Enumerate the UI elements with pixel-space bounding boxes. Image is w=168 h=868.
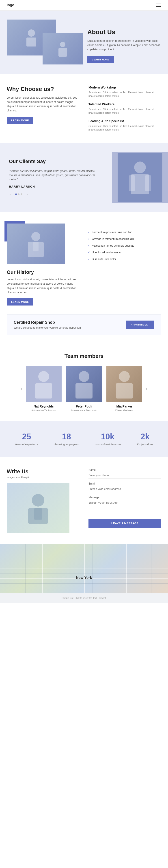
carousel-prev-arrow[interactable]: ← — [9, 192, 13, 196]
stat-4: 2k Projects done — [137, 432, 153, 446]
why-item-3-title: Leading Auto Specialist — [88, 119, 161, 123]
why-item-2: Talented Workers Sample text. Click to s… — [88, 102, 161, 115]
why-item-1-title: Modern Workshop — [88, 86, 161, 89]
carousel-dots — [15, 193, 22, 195]
svg-rect-3 — [58, 48, 67, 57]
dot-1[interactable] — [15, 193, 17, 195]
hamburger-line-3 — [156, 6, 161, 7]
history-text: Our History Lorem ipsum dolor sit amet, … — [7, 269, 81, 306]
carousel-nav: ← → — [9, 192, 103, 196]
stats-section: 25 Years of experience 18 Amazing employ… — [0, 421, 168, 457]
footer-text: Sample text. Click to select the Text El… — [7, 597, 161, 599]
map-city-label: New York — [76, 576, 92, 580]
team-member-2-name: Peter Pouli — [66, 405, 102, 408]
send-message-button[interactable]: LEAVE A MESSAGE — [88, 519, 161, 528]
footer: Sample text. Click to select the Text El… — [0, 593, 168, 603]
team-member-2-role: Maintenance Mechanic — [66, 409, 102, 412]
email-input[interactable] — [88, 486, 161, 492]
carousel-next-arrow[interactable]: → — [25, 192, 29, 196]
certified-description: We are certified to make your vehicle pe… — [14, 326, 81, 329]
svg-point-0 — [28, 29, 35, 37]
team-photo-3 — [107, 366, 142, 402]
team-grid: Nat Reynolds Automotive Technician Peter… — [26, 366, 142, 412]
svg-rect-7 — [145, 175, 151, 191]
email-label: Email — [88, 482, 161, 485]
team-photo-1 — [26, 366, 61, 402]
stat-1: 25 Years of experience — [15, 432, 39, 446]
about-content: About Us Duis aute irure dolor in repreh… — [87, 20, 161, 63]
history-image-wrapper — [7, 223, 81, 264]
map-grid-6 — [59, 544, 59, 593]
map-grid-8 — [126, 544, 126, 593]
stat-2-number: 18 — [54, 432, 79, 441]
history-section: Our History Lorem ipsum dolor sit amet, … — [0, 212, 168, 314]
svg-rect-6 — [129, 175, 135, 191]
header: logo — [0, 0, 168, 10]
why-learn-more-button[interactable]: LEARN MORE — [7, 117, 33, 124]
stat-3: 10k Hours of maintenance — [94, 432, 121, 446]
clients-title: Our Clients Say — [9, 159, 103, 164]
check-icon-1: ✓ — [87, 230, 90, 234]
history-image — [7, 223, 65, 264]
check-icon-5: ✓ — [87, 257, 90, 261]
svg-point-2 — [60, 42, 66, 47]
team-member-3-name: Mia Parker — [107, 405, 142, 408]
map-grid-5 — [25, 544, 26, 593]
dot-2[interactable] — [18, 193, 19, 195]
clients-author: HARRY LARSON — [9, 185, 103, 188]
team-title: Team members — [7, 353, 161, 359]
clients-quote: "Aenean pulvinar dui ornare, feugiat lor… — [9, 169, 103, 182]
dot-3[interactable] — [20, 193, 22, 195]
team-section: Team members ‹ Nat Reynolds Automotive T… — [0, 344, 168, 421]
history-right: ✓ Fermentum posuere urna nec tinc ✓ Grav… — [87, 223, 161, 306]
svg-rect-16 — [116, 383, 133, 399]
team-member-1: Nat Reynolds Automotive Technician — [26, 366, 61, 412]
about-images — [7, 20, 83, 56]
stat-2-label: Amazing employees — [54, 443, 79, 446]
message-textarea[interactable] — [88, 500, 161, 513]
team-member-1-name: Nat Reynolds — [26, 405, 61, 408]
svg-rect-12 — [35, 383, 52, 399]
hamburger-menu[interactable] — [156, 4, 161, 7]
svg-point-11 — [38, 371, 49, 382]
appointment-button[interactable]: APPOINTMENT — [126, 320, 154, 329]
certified-title: Certified Repair Shop — [14, 320, 81, 325]
history-learn-more-button[interactable]: LEARN MORE — [7, 298, 33, 306]
map-road-4 — [42, 544, 43, 593]
check-text-4: Ut enim ad minim veniam — [92, 250, 122, 254]
write-left: Write Us Images from Freepik — [7, 468, 80, 533]
why-left: Why Choose us? Lorem ipsum dolor sit ame… — [7, 86, 80, 132]
about-learn-more-button[interactable]: LEARN MORE — [87, 56, 114, 63]
hamburger-line-2 — [156, 5, 161, 5]
team-member-1-role: Automotive Technician — [26, 409, 61, 412]
why-item-3: Leading Auto Specialist Sample text. Cli… — [88, 119, 161, 132]
map-road-5 — [84, 544, 85, 593]
check-icon-2: ✓ — [87, 237, 90, 241]
svg-point-15 — [119, 371, 130, 382]
certified-section: Certified Repair Shop We are certified t… — [7, 314, 161, 335]
svg-point-17 — [32, 494, 44, 506]
certified-text: Certified Repair Shop We are certified t… — [14, 320, 81, 329]
check-item-4: ✓ Ut enim ad minim veniam — [87, 250, 161, 254]
stat-1-number: 25 — [15, 432, 39, 441]
check-text-5: Duis aute irure dolor — [92, 257, 116, 261]
mechanic-image — [118, 153, 162, 202]
stat-3-number: 10k — [94, 432, 121, 441]
svg-point-8 — [31, 232, 40, 241]
write-subtitle: Images from Freepik — [7, 476, 80, 479]
logo: logo — [7, 3, 14, 7]
write-right: Name Email Message LEAVE A MESSAGE — [88, 468, 161, 533]
stat-4-label: Projects done — [137, 443, 153, 446]
team-member-3: Mia Parker Diesel Mechanic — [107, 366, 142, 412]
hamburger-line-1 — [156, 4, 161, 4]
check-text-1: Fermentum posuere urna nec tinc — [92, 230, 132, 234]
team-next-arrow[interactable]: › — [144, 386, 148, 392]
name-input[interactable] — [88, 472, 161, 478]
name-label: Name — [88, 468, 161, 471]
map-grid-9 — [151, 544, 152, 593]
check-icon-4: ✓ — [87, 250, 90, 254]
team-prev-arrow[interactable]: ‹ — [20, 386, 24, 392]
why-item-1-text: Sample text. Click to select the Text El… — [88, 91, 161, 98]
history-description: Lorem ipsum dolor sit amet, consectetur … — [7, 277, 81, 295]
check-item-2: ✓ Gravida in fermentum et sollicitudin — [87, 237, 161, 241]
